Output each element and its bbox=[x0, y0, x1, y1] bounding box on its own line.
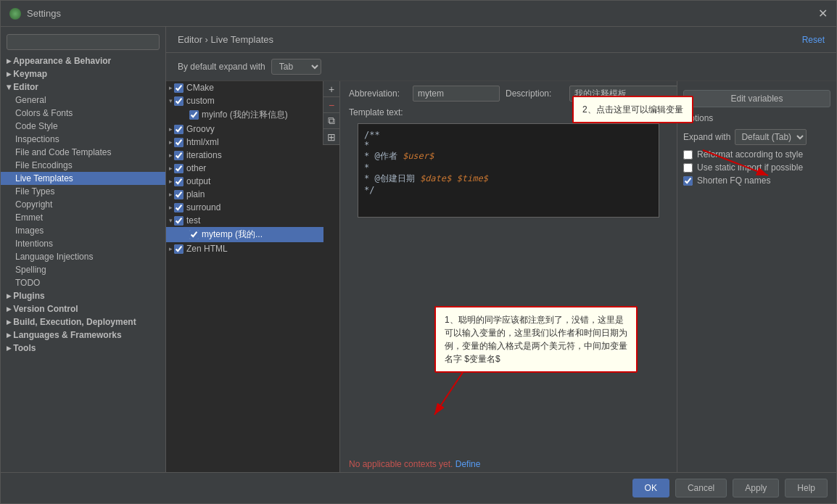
group-header-iterations[interactable]: ▸iterations bbox=[166, 149, 323, 162]
template-group-surround: ▸surround bbox=[166, 201, 323, 214]
help-button[interactable]: Help bbox=[785, 479, 828, 497]
abbreviation-input[interactable] bbox=[413, 86, 500, 102]
sidebar-item-version-control[interactable]: ▸ Version Control bbox=[1, 302, 165, 315]
copy-template-button[interactable]: ⧉ bbox=[323, 113, 339, 129]
shorten-fq-checkbox[interactable] bbox=[683, 176, 693, 186]
detail-left: Abbreviation: Description: Template text… bbox=[340, 81, 677, 472]
sidebar-item-build--execution--deployment[interactable]: ▸ Build, Execution, Deployment bbox=[1, 315, 165, 329]
group-chevron-surround: ▸ bbox=[169, 204, 173, 211]
expand-with-row: Expand with Default (Tab) Tab Enter Spac… bbox=[683, 129, 830, 145]
reformat-checkbox[interactable] bbox=[683, 150, 693, 160]
expand-select[interactable]: Tab Enter Space bbox=[271, 59, 321, 75]
group-checkbox-surround[interactable] bbox=[174, 203, 184, 212]
group-header-other[interactable]: ▸other bbox=[166, 162, 323, 175]
options-title: Options bbox=[683, 113, 830, 123]
group-checkbox-plain[interactable] bbox=[174, 190, 184, 199]
template-list: ▸CMake▾custommyinfo (我的注释信息)▸Groovy▸html… bbox=[166, 81, 340, 472]
sidebar-item-images[interactable]: Images bbox=[1, 224, 165, 237]
shorten-fq-label: Shorten FQ names bbox=[697, 175, 770, 186]
group-checkbox-groovy[interactable] bbox=[174, 125, 184, 134]
group-label-plain: plain bbox=[186, 189, 205, 199]
group-checkbox-html/xml[interactable] bbox=[174, 138, 184, 147]
group-label-groovy: Groovy bbox=[186, 124, 215, 134]
sidebar-item-editor[interactable]: ▾ Editor bbox=[1, 80, 165, 94]
sidebar-item-inspections[interactable]: Inspections bbox=[1, 133, 165, 146]
template-text-area[interactable]: /** * * @作者 $user$ * * @创建日期 $date$ $tim… bbox=[358, 123, 659, 218]
group-header-output[interactable]: ▸output bbox=[166, 175, 323, 188]
template-item-mytemp-------[interactable]: mytemp (我的... bbox=[166, 227, 323, 242]
group-checkbox-other[interactable] bbox=[174, 164, 184, 173]
template-group-iterations: ▸iterations bbox=[166, 149, 323, 162]
breadcrumb: Editor › Live Templates bbox=[178, 34, 273, 45]
group-header-groovy[interactable]: ▸Groovy bbox=[166, 123, 323, 136]
sidebar-item-live-templates[interactable]: Live Templates bbox=[1, 172, 165, 185]
user-variable: $user$ bbox=[403, 151, 434, 161]
static-import-checkbox[interactable] bbox=[683, 163, 693, 173]
define-link[interactable]: Define bbox=[455, 459, 481, 469]
ok-button[interactable]: OK bbox=[632, 479, 669, 497]
template-group-test: ▾testmytemp (我的... bbox=[166, 214, 323, 242]
group-checkbox-custom[interactable] bbox=[174, 96, 184, 106]
group-header-cmake[interactable]: ▸CMake bbox=[166, 81, 323, 94]
sidebar-item-code-style[interactable]: Code Style bbox=[1, 120, 165, 133]
sidebar-item-language-injections[interactable]: Language Injections bbox=[1, 250, 165, 263]
group-chevron-zen html: ▸ bbox=[169, 245, 173, 252]
sidebar-item-spelling[interactable]: Spelling bbox=[1, 263, 165, 276]
sidebar-item-keymap[interactable]: ▸ Keymap bbox=[1, 67, 165, 80]
group-header-html/xml[interactable]: ▸html/xml bbox=[166, 136, 323, 149]
settings-dialog: Settings ✕ ▸ Appearance & Behavior▸ Keym… bbox=[0, 0, 837, 504]
group-label-other: other bbox=[186, 163, 206, 173]
group-chevron-output: ▸ bbox=[169, 178, 173, 185]
sidebar-item-general[interactable]: General bbox=[1, 94, 165, 107]
group-header-test[interactable]: ▾test bbox=[166, 214, 323, 227]
group-label-html/xml: html/xml bbox=[186, 137, 219, 147]
sidebar-search-input[interactable] bbox=[7, 34, 160, 50]
sidebar-item-appearance---behavior[interactable]: ▸ Appearance & Behavior bbox=[1, 54, 165, 67]
item-checkbox-mytemp-------[interactable] bbox=[189, 230, 199, 239]
remove-template-button[interactable]: − bbox=[323, 97, 339, 113]
sidebar-item-copyright[interactable]: Copyright bbox=[1, 198, 165, 211]
group-header-surround[interactable]: ▸surround bbox=[166, 201, 323, 214]
detail-bottom: Abbreviation: Description: Template text… bbox=[340, 81, 836, 472]
sidebar-item-tools[interactable]: ▸ Tools bbox=[1, 342, 165, 355]
group-label-custom: custom bbox=[186, 96, 215, 106]
group-checkbox-test[interactable] bbox=[174, 216, 184, 226]
date-variable: $date$ bbox=[420, 173, 451, 183]
group-checkbox-iterations[interactable] bbox=[174, 151, 184, 160]
template-text-container: /** * * @作者 $user$ * * @创建日期 $date$ $tim… bbox=[349, 120, 668, 455]
add-template-button[interactable]: + bbox=[323, 81, 339, 97]
template-group-other: ▸other bbox=[166, 162, 323, 175]
shorten-fq-checkbox-row: Shorten FQ names bbox=[683, 175, 830, 186]
cancel-button[interactable]: Cancel bbox=[675, 479, 727, 497]
sidebar-item-file-encodings[interactable]: File Encodings bbox=[1, 159, 165, 172]
item-checkbox-myinfo---------[interactable] bbox=[189, 110, 199, 120]
group-label-iterations: iterations bbox=[186, 150, 222, 160]
template-item-myinfo---------[interactable]: myinfo (我的注释信息) bbox=[166, 107, 323, 123]
sidebar-item-colors---fonts[interactable]: Colors & Fonts bbox=[1, 107, 165, 120]
sidebar-item-file-and-code-templates[interactable]: File and Code Templates bbox=[1, 146, 165, 159]
group-header-custom[interactable]: ▾custom bbox=[166, 94, 323, 107]
group-chevron-plain: ▸ bbox=[169, 191, 173, 198]
sidebar-item-plugins[interactable]: ▸ Plugins bbox=[1, 289, 165, 302]
move-template-button[interactable]: ⊞ bbox=[323, 129, 339, 145]
group-checkbox-zen html[interactable] bbox=[174, 244, 184, 254]
expand-with-select[interactable]: Default (Tab) Tab Enter Space bbox=[735, 129, 807, 145]
group-checkbox-cmake[interactable] bbox=[174, 83, 184, 93]
group-chevron-iterations: ▸ bbox=[169, 152, 173, 159]
sidebar-item-languages---frameworks[interactable]: ▸ Languages & Frameworks bbox=[1, 329, 165, 342]
annotation-text-1: 1、聪明的同学应该都注意到了，没错，这里是可以输入变量的，这里我们以作者和时间日… bbox=[445, 315, 627, 364]
dialog-title: Settings bbox=[27, 8, 818, 19]
sidebar-item-file-types[interactable]: File Types bbox=[1, 185, 165, 198]
apply-button[interactable]: Apply bbox=[733, 479, 779, 497]
sidebar-item-todo[interactable]: TODO bbox=[1, 276, 165, 289]
abbreviation-label: Abbreviation: bbox=[349, 88, 407, 99]
reset-button[interactable]: Reset bbox=[802, 35, 825, 45]
group-checkbox-output[interactable] bbox=[174, 177, 184, 186]
sidebar-item-intentions[interactable]: Intentions bbox=[1, 237, 165, 250]
annotation-box-2: 2、点击这里可以编辑变量 bbox=[572, 96, 693, 123]
sidebar-item-emmet[interactable]: Emmet bbox=[1, 211, 165, 224]
edit-variables-button[interactable]: Edit variables bbox=[683, 90, 830, 107]
group-header-plain[interactable]: ▸plain bbox=[166, 188, 323, 201]
close-button[interactable]: ✕ bbox=[818, 7, 828, 20]
group-header-zen html[interactable]: ▸Zen HTML bbox=[166, 242, 323, 255]
